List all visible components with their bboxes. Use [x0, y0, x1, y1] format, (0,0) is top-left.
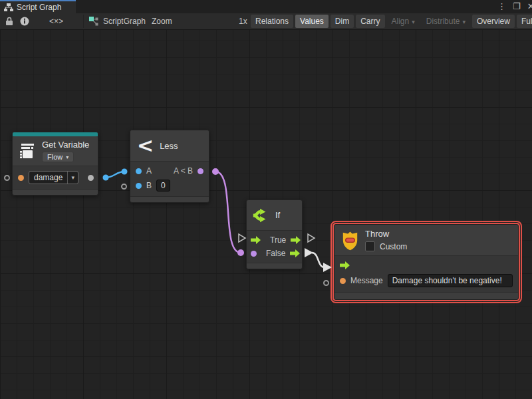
variable-scope-dropdown[interactable]: Flow ▾ [42, 152, 74, 162]
graph-name: ScriptGraph [103, 17, 146, 26]
tab-bar: Script Graph ⋮ ❐ ✕ [0, 0, 532, 13]
less-than-icon: < [137, 138, 154, 153]
window-controls: ⋮ ❐ ✕ [497, 0, 532, 13]
unconnected-value-port-indicator[interactable] [4, 175, 10, 181]
unconnected-value-port-indicator[interactable] [121, 184, 127, 190]
node-footer [13, 189, 98, 195]
chevron-down-icon: ▾ [66, 154, 68, 160]
result-output-port[interactable] [198, 168, 203, 174]
node-get-variable[interactable]: Get Variable Flow ▾ damage ▾ [12, 132, 98, 196]
relations-button[interactable]: Relations [251, 15, 293, 28]
node-title: Throw [365, 229, 407, 239]
custom-label: Custom [380, 242, 407, 251]
unconnected-value-port-indicator[interactable] [323, 280, 329, 286]
zoom-value: 1x [239, 13, 247, 29]
message-label: Message [350, 276, 383, 285]
overview-button[interactable]: Overview [472, 15, 515, 28]
enter-row [334, 259, 518, 272]
values-button[interactable]: Values [295, 15, 329, 28]
custom-checkbox[interactable] [365, 241, 375, 251]
graph-breadcrumb[interactable]: ScriptGraph [89, 13, 146, 29]
input-a-label: A [146, 166, 152, 176]
distribute-button[interactable]: Distribute▾ [422, 15, 470, 28]
variable-name-dropdown[interactable]: damage ▾ [29, 171, 78, 184]
menu-icon[interactable]: ⋮ [497, 0, 506, 13]
dim-button[interactable]: Dim [331, 15, 354, 28]
align-button[interactable]: Align▾ [387, 15, 420, 28]
variable-name-row: damage ▾ [13, 169, 98, 186]
message-input-port[interactable] [340, 278, 346, 284]
tab-title: Script Graph [17, 3, 61, 12]
node-title: Less [160, 141, 178, 151]
input-b-port[interactable] [136, 183, 142, 189]
carry-button[interactable]: Carry [356, 15, 384, 28]
code-view-button[interactable]: <×> [49, 13, 63, 29]
flow-enter-port[interactable] [340, 261, 350, 269]
inspect-button[interactable] [20, 13, 29, 29]
lock-icon [5, 17, 13, 26]
graph-toolbar: <×> ScriptGraph Zoom 1x Relations Values… [0, 13, 532, 30]
tab-script-graph[interactable]: Script Graph [0, 0, 76, 13]
script-graph-window: Script Graph ⋮ ❐ ✕ <×> [0, 0, 532, 399]
zoom-label: Zoom [152, 13, 172, 29]
message-row: Message Damage shouldn't be negative! [334, 272, 518, 289]
result-label: A < B [174, 166, 193, 176]
close-icon[interactable]: ✕ [527, 0, 532, 13]
info-icon [20, 17, 29, 26]
code-icon: <×> [49, 17, 63, 26]
input-b-row: B 0 [130, 178, 209, 194]
node-footer [130, 196, 209, 202]
toolbar-buttons: Relations Values Dim Carry Align▾ Distri… [251, 13, 532, 29]
variable-icon [19, 143, 36, 159]
false-label: False [266, 249, 285, 258]
input-b-value-field[interactable]: 0 [156, 180, 170, 192]
full-screen-button[interactable]: Full Screen [517, 15, 532, 28]
node-footer [334, 292, 518, 299]
node-throw[interactable]: Throw Custom Message Damage shouldn't be… [334, 224, 519, 300]
input-b-label: B [146, 181, 152, 190]
node-footer [247, 263, 302, 269]
graph-hierarchy-icon [4, 3, 13, 12]
false-output-port[interactable] [290, 249, 300, 257]
condition-input-port[interactable] [251, 251, 257, 257]
script-graph-icon [89, 17, 98, 26]
input-a-row: A A < B [130, 164, 209, 178]
throw-shield-icon [341, 230, 359, 251]
message-value-field[interactable]: Damage shouldn't be negative! [388, 274, 513, 287]
chevron-down-icon: ▾ [412, 19, 415, 25]
node-less[interactable]: < Less A A < B B 0 [130, 130, 209, 203]
toolbar-divider [83, 15, 84, 28]
true-row: True [247, 233, 302, 247]
input-a-port[interactable] [136, 168, 142, 174]
lock-button[interactable] [5, 13, 13, 29]
true-output-port[interactable] [291, 236, 301, 244]
node-if[interactable]: If True False [246, 200, 303, 269]
chevron-down-icon: ▾ [462, 19, 466, 25]
chevron-down-icon: ▾ [67, 172, 78, 184]
node-title: If [275, 210, 280, 220]
branch-icon [252, 207, 269, 223]
node-title: Get Variable [42, 140, 89, 150]
true-label: True [270, 235, 286, 245]
flow-enter-port[interactable] [251, 236, 261, 244]
false-row: False [247, 247, 302, 260]
value-output-port[interactable] [88, 175, 94, 181]
maximize-icon[interactable]: ❐ [513, 0, 521, 13]
string-input-port[interactable] [18, 175, 24, 181]
